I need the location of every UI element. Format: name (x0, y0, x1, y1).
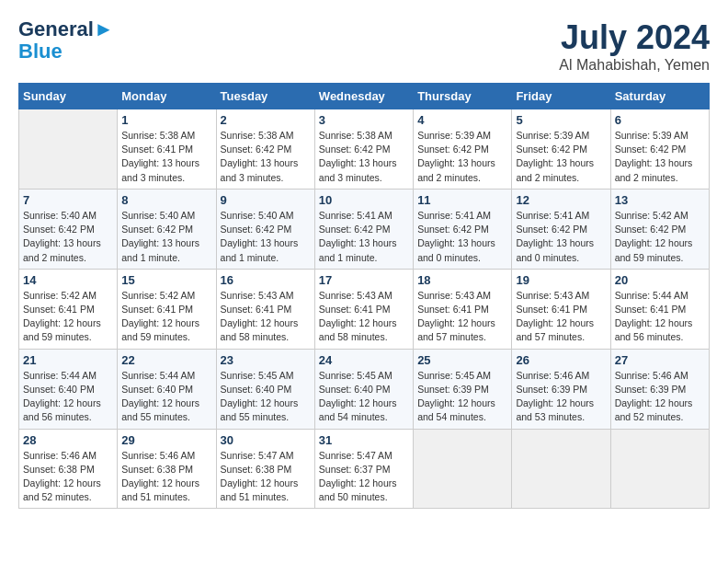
calendar-day-cell: 2Sunrise: 5:38 AM Sunset: 6:42 PM Daylig… (216, 109, 314, 190)
calendar-day-cell: 7Sunrise: 5:40 AM Sunset: 6:42 PM Daylig… (19, 189, 118, 269)
weekday-header-friday: Friday (512, 84, 610, 109)
day-number: 19 (516, 273, 606, 287)
logo: General►Blue (18, 18, 114, 63)
calendar-week-row: 7Sunrise: 5:40 AM Sunset: 6:42 PM Daylig… (19, 189, 710, 269)
day-number: 22 (121, 353, 211, 367)
calendar-day-cell: 23Sunrise: 5:45 AM Sunset: 6:40 PM Dayli… (216, 349, 314, 429)
calendar-day-cell (19, 109, 118, 190)
weekday-header-sunday: Sunday (19, 84, 118, 109)
day-number: 5 (516, 113, 606, 127)
day-info: Sunrise: 5:44 AM Sunset: 6:40 PM Dayligh… (23, 369, 113, 425)
calendar-day-cell: 10Sunrise: 5:41 AM Sunset: 6:42 PM Dayli… (314, 189, 413, 269)
page-header: General►Blue July 2024 Al Mahabishah, Ye… (18, 18, 710, 74)
calendar-day-cell: 31Sunrise: 5:47 AM Sunset: 6:37 PM Dayli… (314, 429, 413, 509)
day-number: 3 (319, 113, 409, 127)
calendar-day-cell: 6Sunrise: 5:39 AM Sunset: 6:42 PM Daylig… (610, 109, 709, 190)
day-number: 12 (516, 193, 606, 207)
subtitle: Al Mahabishah, Yemen (559, 57, 710, 74)
day-info: Sunrise: 5:41 AM Sunset: 6:42 PM Dayligh… (319, 209, 409, 265)
day-info: Sunrise: 5:41 AM Sunset: 6:42 PM Dayligh… (516, 209, 606, 265)
day-info: Sunrise: 5:40 AM Sunset: 6:42 PM Dayligh… (23, 209, 113, 265)
weekday-header-wednesday: Wednesday (314, 84, 413, 109)
calendar-week-row: 28Sunrise: 5:46 AM Sunset: 6:38 PM Dayli… (19, 429, 710, 509)
day-info: Sunrise: 5:43 AM Sunset: 6:41 PM Dayligh… (516, 289, 606, 345)
weekday-header-saturday: Saturday (610, 84, 709, 109)
day-number: 4 (417, 113, 507, 127)
day-info: Sunrise: 5:46 AM Sunset: 6:38 PM Dayligh… (121, 449, 211, 505)
calendar-day-cell: 28Sunrise: 5:46 AM Sunset: 6:38 PM Dayli… (19, 429, 118, 509)
day-number: 13 (615, 193, 705, 207)
day-info: Sunrise: 5:38 AM Sunset: 6:42 PM Dayligh… (221, 129, 311, 185)
calendar-day-cell (512, 429, 610, 509)
calendar-day-cell: 25Sunrise: 5:45 AM Sunset: 6:39 PM Dayli… (414, 349, 512, 429)
day-number: 14 (23, 273, 113, 287)
calendar-day-cell: 20Sunrise: 5:44 AM Sunset: 6:41 PM Dayli… (610, 269, 709, 349)
day-info: Sunrise: 5:45 AM Sunset: 6:39 PM Dayligh… (417, 369, 507, 425)
day-number: 17 (319, 273, 409, 287)
day-info: Sunrise: 5:40 AM Sunset: 6:42 PM Dayligh… (121, 209, 211, 265)
day-info: Sunrise: 5:43 AM Sunset: 6:41 PM Dayligh… (417, 289, 507, 345)
weekday-header-tuesday: Tuesday (216, 84, 314, 109)
calendar-day-cell: 30Sunrise: 5:47 AM Sunset: 6:38 PM Dayli… (216, 429, 314, 509)
day-info: Sunrise: 5:43 AM Sunset: 6:41 PM Dayligh… (221, 289, 311, 345)
calendar-day-cell: 12Sunrise: 5:41 AM Sunset: 6:42 PM Dayli… (512, 189, 610, 269)
day-info: Sunrise: 5:42 AM Sunset: 6:42 PM Dayligh… (615, 209, 705, 265)
title-area: July 2024 Al Mahabishah, Yemen (559, 18, 710, 74)
day-number: 15 (121, 273, 211, 287)
calendar-day-cell: 24Sunrise: 5:45 AM Sunset: 6:40 PM Dayli… (314, 349, 413, 429)
day-number: 30 (221, 433, 311, 447)
calendar-week-row: 1Sunrise: 5:38 AM Sunset: 6:41 PM Daylig… (19, 109, 710, 190)
day-number: 23 (221, 353, 311, 367)
day-info: Sunrise: 5:39 AM Sunset: 6:42 PM Dayligh… (516, 129, 606, 185)
calendar-day-cell: 5Sunrise: 5:39 AM Sunset: 6:42 PM Daylig… (512, 109, 610, 190)
day-info: Sunrise: 5:39 AM Sunset: 6:42 PM Dayligh… (417, 129, 507, 185)
day-info: Sunrise: 5:38 AM Sunset: 6:42 PM Dayligh… (319, 129, 409, 185)
day-number: 11 (417, 193, 507, 207)
calendar-week-row: 21Sunrise: 5:44 AM Sunset: 6:40 PM Dayli… (19, 349, 710, 429)
calendar-day-cell: 26Sunrise: 5:46 AM Sunset: 6:39 PM Dayli… (512, 349, 610, 429)
calendar-day-cell: 17Sunrise: 5:43 AM Sunset: 6:41 PM Dayli… (314, 269, 413, 349)
day-number: 26 (516, 353, 606, 367)
calendar-day-cell: 3Sunrise: 5:38 AM Sunset: 6:42 PM Daylig… (314, 109, 413, 190)
calendar-week-row: 14Sunrise: 5:42 AM Sunset: 6:41 PM Dayli… (19, 269, 710, 349)
calendar-day-cell: 27Sunrise: 5:46 AM Sunset: 6:39 PM Dayli… (610, 349, 709, 429)
calendar-day-cell: 29Sunrise: 5:46 AM Sunset: 6:38 PM Dayli… (118, 429, 216, 509)
calendar-day-cell: 11Sunrise: 5:41 AM Sunset: 6:42 PM Dayli… (414, 189, 512, 269)
day-info: Sunrise: 5:38 AM Sunset: 6:41 PM Dayligh… (121, 129, 211, 185)
day-number: 16 (221, 273, 311, 287)
calendar-day-cell: 18Sunrise: 5:43 AM Sunset: 6:41 PM Dayli… (414, 269, 512, 349)
calendar-day-cell: 9Sunrise: 5:40 AM Sunset: 6:42 PM Daylig… (216, 189, 314, 269)
day-info: Sunrise: 5:41 AM Sunset: 6:42 PM Dayligh… (417, 209, 507, 265)
day-info: Sunrise: 5:45 AM Sunset: 6:40 PM Dayligh… (319, 369, 409, 425)
day-info: Sunrise: 5:46 AM Sunset: 6:38 PM Dayligh… (23, 449, 113, 505)
day-info: Sunrise: 5:45 AM Sunset: 6:40 PM Dayligh… (221, 369, 311, 425)
day-number: 24 (319, 353, 409, 367)
day-info: Sunrise: 5:42 AM Sunset: 6:41 PM Dayligh… (121, 289, 211, 345)
day-info: Sunrise: 5:43 AM Sunset: 6:41 PM Dayligh… (319, 289, 409, 345)
calendar-day-cell: 22Sunrise: 5:44 AM Sunset: 6:40 PM Dayli… (118, 349, 216, 429)
calendar-day-cell: 1Sunrise: 5:38 AM Sunset: 6:41 PM Daylig… (118, 109, 216, 190)
day-number: 7 (23, 193, 113, 207)
day-number: 2 (221, 113, 311, 127)
calendar-day-cell: 4Sunrise: 5:39 AM Sunset: 6:42 PM Daylig… (414, 109, 512, 190)
day-info: Sunrise: 5:47 AM Sunset: 6:37 PM Dayligh… (319, 449, 409, 505)
day-number: 27 (615, 353, 705, 367)
day-number: 29 (121, 433, 211, 447)
calendar-day-cell (414, 429, 512, 509)
day-info: Sunrise: 5:40 AM Sunset: 6:42 PM Dayligh… (221, 209, 311, 265)
day-info: Sunrise: 5:44 AM Sunset: 6:41 PM Dayligh… (615, 289, 705, 345)
weekday-header-monday: Monday (118, 84, 216, 109)
calendar-day-cell: 19Sunrise: 5:43 AM Sunset: 6:41 PM Dayli… (512, 269, 610, 349)
day-number: 20 (615, 273, 705, 287)
day-number: 6 (615, 113, 705, 127)
calendar-day-cell (610, 429, 709, 509)
day-number: 28 (23, 433, 113, 447)
day-number: 18 (417, 273, 507, 287)
calendar-day-cell: 13Sunrise: 5:42 AM Sunset: 6:42 PM Dayli… (610, 189, 709, 269)
day-info: Sunrise: 5:42 AM Sunset: 6:41 PM Dayligh… (23, 289, 113, 345)
day-info: Sunrise: 5:47 AM Sunset: 6:38 PM Dayligh… (221, 449, 311, 505)
day-number: 21 (23, 353, 113, 367)
day-info: Sunrise: 5:46 AM Sunset: 6:39 PM Dayligh… (516, 369, 606, 425)
logo-text: General►Blue (18, 18, 114, 63)
day-number: 1 (121, 113, 211, 127)
